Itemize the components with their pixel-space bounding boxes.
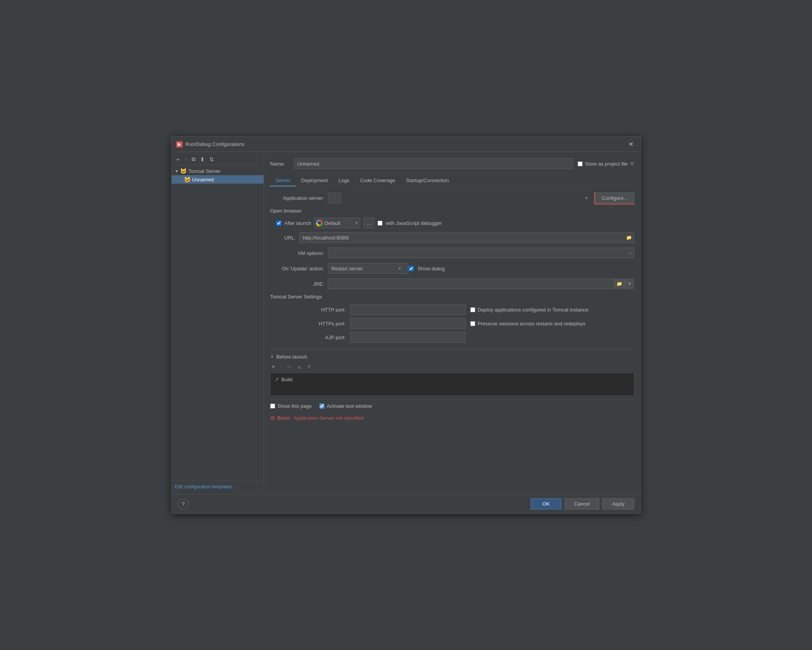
jre-row: JRE: 📁 ▼ xyxy=(270,278,634,289)
before-launch-header: ▼ Before launch xyxy=(270,354,634,360)
https-port-label: HTTPs port: xyxy=(276,321,346,327)
before-launch-collapse-icon[interactable]: ▼ xyxy=(270,355,274,359)
vm-options-expand-icon[interactable]: ⤢ xyxy=(629,251,632,255)
store-as-project-label: Store as project file xyxy=(585,161,628,167)
tab-server[interactable]: Server xyxy=(270,175,296,186)
show-this-page-label: Show this page xyxy=(277,403,312,409)
activate-tool-window-checkbox[interactable] xyxy=(319,404,324,409)
jre-folder-button[interactable]: 📁 xyxy=(614,278,625,289)
deploy-apps-checkbox[interactable] xyxy=(470,307,475,312)
activate-tool-window-option: Activate tool window xyxy=(319,403,372,409)
title-bar-left: ▶ Run/Debug Configurations xyxy=(176,141,244,147)
configure-button[interactable]: Configure... xyxy=(595,193,634,203)
preserve-sessions-checkbox[interactable] xyxy=(470,321,475,326)
sidebar-item-unnamed[interactable]: 🐱 Unnamed xyxy=(172,175,264,184)
show-dialog-checkbox[interactable] xyxy=(409,266,414,271)
url-input[interactable] xyxy=(299,232,634,243)
unnamed-icon: 🐱 xyxy=(184,176,190,183)
before-launch-edit-button[interactable]: ✏ xyxy=(286,363,293,370)
after-launch-label: After launch xyxy=(284,220,311,226)
js-debugger-checkbox[interactable] xyxy=(378,221,383,226)
before-launch-title: Before launch xyxy=(276,354,307,360)
ajp-port-label: AJP port: xyxy=(276,335,346,340)
tab-startup-connection[interactable]: Startup/Connection xyxy=(401,175,454,186)
app-server-label: Application server: xyxy=(270,195,324,201)
store-as-project-checkbox[interactable] xyxy=(578,161,583,166)
sidebar-item-tomcat-server[interactable]: ▼ 🐱 Tomcat Server xyxy=(172,167,264,175)
open-browser-options: After launch Default ▼ ... with JavaScri… xyxy=(276,218,634,243)
jre-dropdown-button[interactable]: ▼ xyxy=(625,278,634,289)
browser-select[interactable]: Default xyxy=(323,220,354,226)
error-bar: ⊘ Error: Application Server not specifie… xyxy=(270,412,634,424)
app-server-chevron-icon: ▼ xyxy=(585,196,588,200)
app-server-select[interactable] xyxy=(328,193,341,203)
open-browser-section: Open browser After launch Default ▼ xyxy=(270,208,634,243)
after-launch-checkbox[interactable] xyxy=(276,221,281,226)
store-gear-icon[interactable]: ⚙ xyxy=(630,161,634,166)
jre-input[interactable] xyxy=(328,278,634,289)
store-project-section: Store as project file ⚙ xyxy=(578,161,634,167)
before-launch-add-button[interactable]: + xyxy=(270,363,276,370)
apply-button[interactable]: Apply xyxy=(602,498,634,509)
jre-icons: 📁 ▼ xyxy=(614,278,634,289)
show-this-page-option: Show this page xyxy=(270,403,312,409)
browser-more-button[interactable]: ... xyxy=(363,218,374,228)
vm-options-input[interactable] xyxy=(328,248,634,258)
before-launch-remove-button[interactable]: − xyxy=(278,363,284,370)
error-bold-text: Error: xyxy=(277,415,291,421)
build-arrow-icon: ↗ xyxy=(274,376,279,382)
run-debug-configurations-dialog: ▶ Run/Debug Configurations ✕ + − ⧉ ⬆ ⇅ ▼… xyxy=(171,136,641,514)
name-row: Name: Store as project file ⚙ xyxy=(270,158,634,169)
name-input[interactable] xyxy=(294,158,573,169)
vm-options-input-wrapper: ⤢ xyxy=(328,248,634,258)
main-content: + − ⧉ ⬆ ⇅ ▼ 🐱 Tomcat Server 🐱 Unnamed Ed… xyxy=(172,152,640,494)
port-settings-grid: HTTP port: Deploy applications configure… xyxy=(276,304,634,343)
show-dialog-label: Show dialog xyxy=(418,266,445,271)
title-bar: ▶ Run/Debug Configurations ✕ xyxy=(172,137,640,152)
open-browser-title: Open browser xyxy=(270,208,634,214)
vm-options-label: VM options: xyxy=(270,250,324,256)
deploy-apps-option: Deploy applications configured in Tomcat… xyxy=(470,307,634,313)
sort-config-button[interactable]: ⇅ xyxy=(208,156,216,163)
tab-deployment[interactable]: Deployment xyxy=(296,175,333,186)
dialog-title: Run/Debug Configurations xyxy=(185,141,244,147)
close-button[interactable]: ✕ xyxy=(626,140,636,149)
show-this-page-checkbox[interactable] xyxy=(270,404,275,409)
cancel-button[interactable]: Cancel xyxy=(565,498,599,509)
url-input-wrapper: 📁 xyxy=(299,232,634,243)
https-port-input[interactable] xyxy=(350,318,466,329)
sidebar-footer: Edit configuration templates... xyxy=(172,480,264,493)
before-launch-down-button[interactable]: ▼ xyxy=(305,363,313,370)
move-config-button[interactable]: ⬆ xyxy=(199,156,206,163)
edit-templates-link[interactable]: Edit configuration templates... xyxy=(175,484,236,489)
tab-code-coverage[interactable]: Code Coverage xyxy=(355,175,401,186)
tab-logs[interactable]: Logs xyxy=(333,175,355,186)
before-launch-up-button[interactable]: ▲ xyxy=(295,363,303,370)
add-config-button[interactable]: + xyxy=(175,156,181,163)
help-button[interactable]: ? xyxy=(178,499,189,509)
browser-chevron-icon: ▼ xyxy=(354,221,358,225)
before-launch-section: ▼ Before launch + − ✏ ▲ ▼ ↗ Build xyxy=(270,349,634,396)
url-row: URL: 📁 xyxy=(276,232,634,243)
ok-button[interactable]: OK xyxy=(531,498,561,509)
on-update-select[interactable]: Restart server Update classes and resour… xyxy=(328,263,408,274)
app-server-select-wrapper: ▼ xyxy=(328,193,591,203)
bottom-options: Show this page Activate tool window xyxy=(270,399,634,412)
jre-label: JRE: xyxy=(270,281,324,287)
configuration-tabs: Server Deployment Logs Code Coverage Sta… xyxy=(270,175,634,186)
browser-select-wrapper: Default ▼ xyxy=(314,218,360,228)
ajp-port-input[interactable] xyxy=(350,332,466,343)
tomcat-server-icon: 🐱 xyxy=(180,168,187,174)
before-launch-toolbar: + − ✏ ▲ ▼ xyxy=(270,363,634,370)
activate-tool-window-label: Activate tool window xyxy=(327,403,372,409)
on-update-label: On 'Update' action: xyxy=(270,266,324,271)
dialog-icon: ▶ xyxy=(176,141,182,147)
copy-config-button[interactable]: ⧉ xyxy=(190,155,197,163)
vm-options-row: VM options: ⤢ xyxy=(270,248,634,258)
sidebar: + − ⧉ ⬆ ⇅ ▼ 🐱 Tomcat Server 🐱 Unnamed Ed… xyxy=(172,152,264,494)
remove-config-button[interactable]: − xyxy=(182,156,189,163)
before-launch-list: ↗ Build xyxy=(270,373,634,396)
tomcat-settings-title: Tomcat Server Settings xyxy=(270,294,634,300)
dialog-footer: ? OK Cancel Apply xyxy=(172,494,640,513)
http-port-input[interactable] xyxy=(350,304,466,315)
